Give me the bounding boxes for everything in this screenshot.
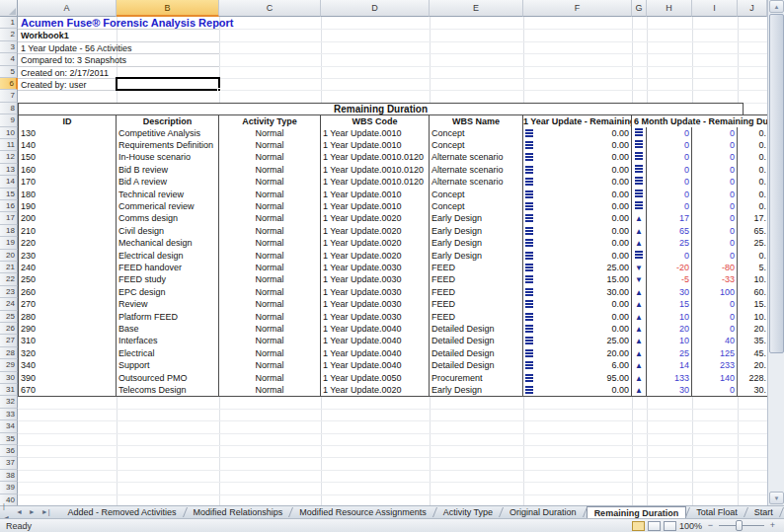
cell-id[interactable]: 130 <box>18 127 117 140</box>
column-header-B[interactable]: B <box>117 0 219 17</box>
cell-wbs-code[interactable]: 1 Year Update.0020 <box>321 237 430 250</box>
cell-activity-type[interactable]: Normal <box>219 311 321 324</box>
row-header-33[interactable]: 33 <box>0 409 18 420</box>
cell-activity-type[interactable]: Normal <box>219 335 321 347</box>
cell-id[interactable]: 220 <box>18 237 117 250</box>
cell-six-month-delta[interactable]: 14 <box>647 359 692 372</box>
cell-wbs-code[interactable]: 1 Year Update.0030 <box>321 286 430 299</box>
row-header-23[interactable]: 23 <box>0 286 18 298</box>
cell-six-month-value[interactable]: 30. <box>738 384 767 397</box>
cell-wbs-code[interactable]: 1 Year Update.0040 <box>321 347 430 360</box>
row-header-24[interactable]: 24 <box>0 298 18 310</box>
header-cell[interactable]: WBS Code <box>321 114 430 127</box>
cell-activity-type[interactable]: Normal <box>219 372 321 385</box>
cell-wbs-name[interactable]: Early Design <box>430 384 523 397</box>
column-header-I[interactable]: I <box>692 0 738 17</box>
cell-activity-type[interactable]: Normal <box>219 176 321 189</box>
cell-trend-icon[interactable]: ▲ <box>632 225 647 238</box>
cell-year-remaining[interactable]: 0.00 <box>523 139 632 152</box>
row-header-19[interactable]: 19 <box>0 237 18 249</box>
cell-six-month-value[interactable]: 60. <box>738 286 767 299</box>
row-header-21[interactable]: 21 <box>0 262 18 273</box>
cell-trend-icon[interactable] <box>632 176 647 189</box>
cell-six-month-percent[interactable]: 0 <box>692 127 738 140</box>
cell-six-month-delta[interactable]: 25 <box>647 347 692 360</box>
cell-id[interactable]: 180 <box>18 189 117 201</box>
cell-six-month-percent[interactable]: 0 <box>692 212 738 225</box>
cell-description[interactable]: Mechanical design <box>117 237 219 250</box>
cell-year-remaining[interactable]: 0.00 <box>523 176 632 189</box>
row-header-8[interactable]: 8 <box>0 103 18 114</box>
row-header-14[interactable]: 14 <box>0 176 18 188</box>
cell-description[interactable]: Civil design <box>117 225 219 238</box>
cell-wbs-code[interactable]: 1 Year Update.0030 <box>321 262 430 274</box>
cell-wbs-code[interactable]: 1 Year Update.0040 <box>321 323 430 336</box>
cell-six-month-delta[interactable]: 0 <box>647 151 692 164</box>
cell-year-remaining[interactable]: 0.00 <box>523 127 632 140</box>
cell-six-month-value[interactable]: 228. <box>738 372 767 385</box>
row-header-36[interactable]: 36 <box>0 445 18 457</box>
cell-wbs-code[interactable]: 1 Year Update.0030 <box>321 273 430 286</box>
cell-year-remaining[interactable]: 0.00 <box>523 189 632 201</box>
cell-description[interactable]: FEED handover <box>117 262 219 274</box>
cell-id[interactable]: 290 <box>18 323 117 336</box>
cell-six-month-value[interactable]: 0. <box>738 176 767 189</box>
row-header-12[interactable]: 12 <box>0 151 18 163</box>
fill-handle[interactable] <box>217 88 221 92</box>
cell-description[interactable]: Base <box>117 323 219 336</box>
cell-six-month-delta[interactable]: 0 <box>647 189 692 201</box>
row-header-7[interactable]: 7 <box>0 90 18 102</box>
cell-six-month-delta[interactable]: 30 <box>647 286 692 299</box>
cell-activity-type[interactable]: Normal <box>219 200 321 213</box>
cell-id[interactable]: 340 <box>18 359 117 372</box>
cell-wbs-code[interactable]: 1 Year Update.0010.0120 <box>321 164 430 177</box>
cell-six-month-percent[interactable]: 233 <box>692 359 738 372</box>
row-header-3[interactable]: 3 <box>0 41 18 53</box>
info-row-2-text[interactable]: Workbook1 <box>21 30 376 41</box>
sheet-tab-activity-type[interactable]: Activity Type <box>436 506 500 518</box>
cell-six-month-value[interactable]: 20. <box>738 359 767 372</box>
cell-description[interactable]: Electrical design <box>117 250 219 263</box>
cell-six-month-percent[interactable]: 0 <box>692 200 738 213</box>
cell-six-month-value[interactable]: 0. <box>738 139 767 152</box>
cell-activity-type[interactable]: Normal <box>219 151 321 164</box>
zoom-slider-handle[interactable] <box>736 520 743 531</box>
row-header-1[interactable]: 1 <box>0 17 18 29</box>
cell-id[interactable]: 260 <box>18 286 117 299</box>
cell-wbs-name[interactable]: FEED <box>430 286 523 299</box>
row-header-37[interactable]: 37 <box>0 457 18 469</box>
cell-activity-type[interactable]: Normal <box>219 212 321 225</box>
cell-wbs-name[interactable]: FEED <box>430 273 523 286</box>
row-header-11[interactable]: 11 <box>0 139 18 151</box>
cell-activity-type[interactable]: Normal <box>219 225 321 238</box>
row-header-18[interactable]: 18 <box>0 225 18 237</box>
cell-six-month-percent[interactable]: 0 <box>692 189 738 201</box>
cell-six-month-delta[interactable]: 25 <box>647 237 692 250</box>
cell-wbs-code[interactable]: 1 Year Update.0020 <box>321 250 430 263</box>
column-header-D[interactable]: D <box>321 0 430 17</box>
cell-wbs-name[interactable]: Alternate scenario <box>430 151 523 164</box>
cell-year-remaining[interactable]: 0.00 <box>523 384 632 397</box>
cell-wbs-name[interactable]: FEED <box>430 262 523 274</box>
row-header-38[interactable]: 38 <box>0 470 18 482</box>
cell-year-remaining[interactable]: 25.00 <box>523 335 632 347</box>
header-cell[interactable]: Activity Type <box>219 114 321 127</box>
cell-year-remaining[interactable]: 0.00 <box>523 311 632 324</box>
cell-six-month-delta[interactable]: 10 <box>647 335 692 347</box>
row-header-27[interactable]: 27 <box>0 335 18 346</box>
cell-description[interactable]: Electrical <box>117 347 219 360</box>
cell-six-month-percent[interactable]: 0 <box>692 151 738 164</box>
cell-six-month-value[interactable]: 15. <box>738 298 767 311</box>
cell-activity-type[interactable]: Normal <box>219 189 321 201</box>
cell-six-month-delta[interactable]: 0 <box>647 139 692 152</box>
row-header-35[interactable]: 35 <box>0 433 18 445</box>
cell-description[interactable]: Competitive Analysis <box>117 127 219 140</box>
cell-wbs-name[interactable]: Early Design <box>430 237 523 250</box>
cell-trend-icon[interactable]: ▲ <box>632 347 647 360</box>
cell-six-month-percent[interactable]: -80 <box>692 262 738 274</box>
cell-wbs-code[interactable]: 1 Year Update.0040 <box>321 335 430 347</box>
cell-six-month-percent[interactable]: 0 <box>692 311 738 324</box>
cell-six-month-value[interactable]: 20. <box>738 323 767 336</box>
cell-activity-type[interactable]: Normal <box>219 347 321 360</box>
cell-year-remaining[interactable]: 0.00 <box>523 323 632 336</box>
